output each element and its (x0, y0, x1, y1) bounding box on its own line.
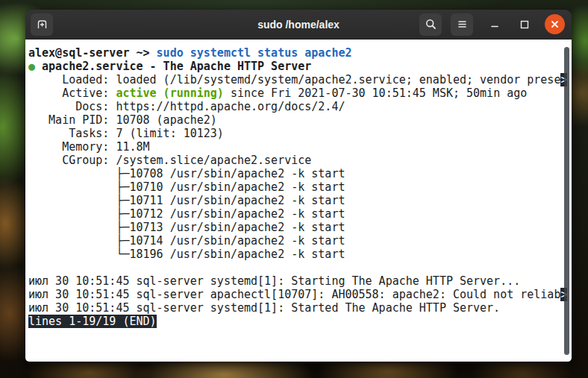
docs-line: Docs: https://httpd.apache.org/docs/2.4/ (28, 100, 572, 113)
prompt-user-host: alex@sql-server (28, 46, 129, 60)
active-line: Active: active (running) since Fri 2021-… (28, 86, 572, 100)
pager-status: lines 1-19/19 (END) (28, 315, 157, 328)
cgroup-tree-line: ├─10710 /usr/sbin/apache2 -k start (28, 180, 572, 194)
prompt-cwd-arrow: ~> (129, 46, 156, 60)
new-tab-icon (36, 18, 49, 31)
memory-line: Memory: 11.8M (28, 140, 572, 154)
minimize-button[interactable] (484, 13, 506, 36)
active-state: active (running) (116, 86, 224, 100)
blank-line (28, 261, 572, 274)
typed-command: sudo systemctl status apache2 (157, 46, 352, 60)
close-button[interactable] (545, 14, 565, 34)
status-dot: ● (28, 60, 35, 73)
maximize-icon (519, 19, 531, 31)
journal-line: июл 30 10:51:45 sql-server apachectl[107… (28, 288, 572, 301)
main-pid-line: Main PID: 10708 (apache2) (28, 113, 572, 127)
new-tab-button[interactable] (31, 13, 53, 36)
journal-line: июл 30 10:51:45 sql-server systemd[1]: S… (28, 274, 572, 288)
search-icon (425, 18, 437, 31)
search-button[interactable] (419, 13, 442, 36)
cgroup-tree-line: ├─10712 /usr/sbin/apache2 -k start (28, 207, 572, 221)
maximize-button[interactable] (513, 13, 536, 36)
pager-status-line: lines 1-19/19 (END) (28, 315, 572, 328)
tasks-line: Tasks: 7 (limit: 10123) (28, 127, 572, 140)
minimize-icon (489, 19, 501, 31)
cgroup-line: CGroup: /system.slice/apache2.service (28, 154, 572, 167)
close-icon (550, 19, 560, 29)
journal-line: июл 30 10:51:45 sql-server systemd[1]: S… (28, 301, 572, 315)
hamburger-menu-icon (456, 18, 469, 31)
menu-button[interactable] (451, 13, 473, 36)
titlebar[interactable]: sudo /home/alex (25, 10, 572, 40)
terminal-window: sudo /home/alex (25, 10, 572, 362)
unit-title: apache2.service - The Apache HTTP Server (35, 60, 311, 73)
cgroup-tree-line: ├─10714 /usr/sbin/apache2 -k start (28, 234, 572, 248)
cgroup-tree-line: └─18196 /usr/sbin/apache2 -k start (28, 248, 572, 261)
cgroup-tree-line: ├─10711 /usr/sbin/apache2 -k start (28, 194, 572, 207)
terminal-output-area[interactable]: alex@sql-server ~> sudo systemctl status… (25, 40, 572, 362)
cgroup-tree-line: ├─10713 /usr/sbin/apache2 -k start (28, 221, 572, 234)
unit-title-line: ● apache2.service - The Apache HTTP Serv… (28, 60, 572, 73)
prompt-line: alex@sql-server ~> sudo systemctl status… (28, 46, 572, 60)
window-title: sudo /home/alex (257, 19, 340, 31)
loaded-line: Loaded: loaded (/lib/systemd/system/apac… (28, 73, 572, 86)
cgroup-tree-line: ├─10708 /usr/sbin/apache2 -k start (28, 167, 572, 180)
scrollbar[interactable] (564, 47, 569, 355)
